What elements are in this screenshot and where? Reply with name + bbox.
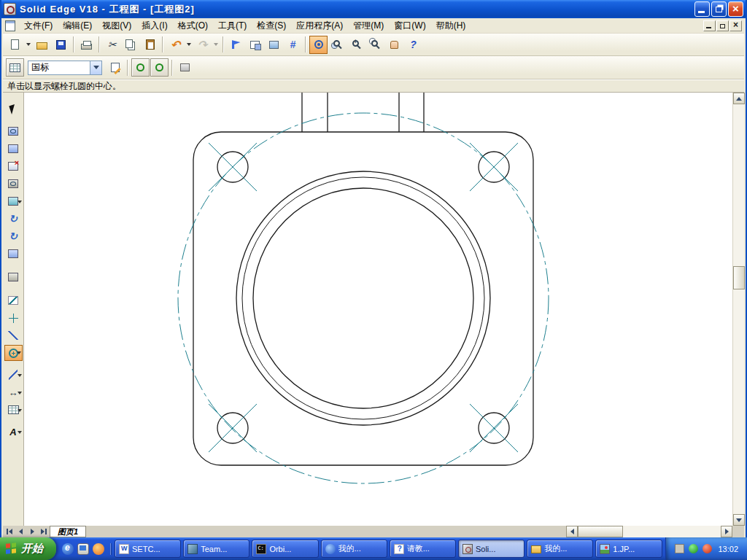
next-sheet-button[interactable] — [26, 526, 38, 537]
menu-edit[interactable]: 编辑(E) — [58, 18, 97, 34]
table-tool-button[interactable] — [4, 402, 23, 418]
text-tool-button[interactable] — [4, 424, 23, 440]
menu-file[interactable]: 文件(F) — [19, 18, 58, 34]
horizontal-scroll-thumb[interactable] — [578, 526, 623, 537]
save-button[interactable] — [52, 36, 70, 54]
sheet-setup-button[interactable] — [246, 36, 264, 54]
drawing-view-button[interactable] — [4, 228, 23, 244]
vertical-scrollbar[interactable] — [732, 93, 744, 526]
sheet-tab[interactable]: 图页1 — [50, 526, 86, 537]
menu-view[interactable]: 视图(V) — [97, 18, 136, 34]
update-views-button[interactable] — [4, 211, 23, 227]
scroll-right-button[interactable] — [721, 526, 732, 537]
scroll-up-button[interactable] — [733, 93, 745, 104]
horizontal-scrollbar[interactable] — [566, 526, 732, 537]
restore-button[interactable] — [711, 1, 727, 17]
task-qingjiao[interactable]: 请教... — [390, 540, 456, 558]
cut-button[interactable] — [103, 36, 121, 54]
task-label: 我的... — [338, 543, 361, 554]
options-button[interactable] — [176, 58, 194, 77]
bar-icon — [7, 529, 8, 534]
redo-button[interactable] — [193, 36, 212, 54]
zoom-area-button[interactable] — [328, 36, 347, 54]
last-sheet-button[interactable] — [38, 526, 50, 537]
menu-manage[interactable]: 管理(M) — [348, 18, 389, 34]
menu-window[interactable]: 窗口(W) — [389, 18, 430, 34]
tray-icon-2[interactable] — [689, 544, 698, 553]
dimension-style-combo[interactable]: 国标 — [28, 61, 102, 75]
mdi-minimize-button[interactable] — [703, 20, 716, 31]
centerline-button[interactable] — [4, 292, 23, 308]
smart-dimension-button[interactable] — [4, 384, 23, 400]
task-orbi[interactable]: Orbi... — [252, 540, 318, 558]
center-mark-button[interactable] — [4, 310, 23, 326]
section-view-button[interactable] — [4, 158, 23, 174]
task-team[interactable]: Team... — [183, 540, 249, 558]
task-image[interactable]: 1.JP... — [595, 540, 662, 558]
paste-button[interactable] — [141, 36, 159, 54]
new-button[interactable] — [6, 36, 24, 54]
vertical-scroll-thumb[interactable] — [733, 266, 745, 289]
task-setc[interactable]: SETC... — [115, 540, 181, 558]
sheet-align-button[interactable] — [4, 246, 23, 262]
menu-inspect[interactable]: 检查(S) — [252, 18, 291, 34]
new-dropdown[interactable] — [25, 36, 32, 52]
fit-sheet-button[interactable] — [366, 36, 384, 54]
pan-button[interactable] — [385, 36, 403, 54]
tray-icon-1[interactable] — [675, 544, 684, 553]
print-button[interactable] — [77, 36, 96, 54]
last-view-button[interactable] — [227, 36, 245, 54]
mdi-restore-button[interactable] — [716, 20, 729, 31]
center-ring-button-1[interactable] — [131, 58, 150, 77]
mdi-close-button[interactable] — [729, 20, 742, 31]
task-mydocs-1[interactable]: 我的... — [321, 540, 387, 558]
menu-tools[interactable]: 工具(T) — [213, 18, 252, 34]
bolt-hole-circle-button[interactable] — [309, 36, 328, 54]
zoom-in-button[interactable] — [347, 36, 365, 54]
show-desktop-icon[interactable] — [77, 543, 89, 555]
context-help-button[interactable] — [404, 36, 422, 54]
tray-icon-3[interactable] — [703, 544, 712, 553]
connector-button[interactable] — [4, 367, 23, 383]
background-sheet-button[interactable] — [265, 36, 283, 54]
task-solid-edge-active[interactable]: Soli... — [458, 540, 525, 558]
menu-help[interactable]: 帮助(H) — [431, 18, 471, 34]
task-mydocs-2[interactable]: 我的... — [527, 540, 593, 558]
internet-explorer-icon[interactable] — [62, 543, 74, 555]
first-sheet-button[interactable] — [3, 526, 15, 537]
combo-dropdown-button[interactable] — [90, 61, 101, 74]
menu-format[interactable]: 格式(O) — [173, 18, 213, 34]
close-button[interactable] — [728, 1, 743, 17]
undo-button[interactable] — [166, 36, 185, 54]
titlebar[interactable]: Solid Edge V18 - 工程图 - [工程图2] — [1, 0, 746, 18]
grid-button[interactable] — [284, 36, 302, 54]
bolt-circle-tool-button[interactable] — [4, 345, 23, 361]
minimize-button[interactable] — [694, 1, 710, 17]
drawing-canvas[interactable] — [24, 93, 737, 526]
select-tool-button[interactable] — [4, 101, 23, 117]
copy-button[interactable] — [122, 36, 140, 54]
open-button[interactable] — [33, 36, 51, 54]
detail-view-button[interactable] — [4, 176, 23, 192]
undo-dropdown[interactable] — [185, 36, 193, 52]
menu-applications[interactable]: 应用程序(A) — [291, 18, 348, 34]
mdi-child-icon[interactable] — [5, 20, 15, 31]
principal-view-button[interactable] — [4, 141, 23, 157]
angle-line-button[interactable] — [4, 327, 23, 343]
menu-insert[interactable]: 插入(I) — [136, 18, 172, 34]
parts-list-button[interactable] — [4, 269, 23, 285]
scroll-left-button[interactable] — [566, 526, 578, 537]
media-player-icon[interactable] — [93, 543, 104, 555]
start-button[interactable]: 开始 — [0, 537, 56, 560]
views-flyout-button[interactable] — [4, 193, 23, 209]
redo-dropdown[interactable] — [212, 36, 220, 52]
prev-sheet-button[interactable] — [15, 526, 26, 537]
prompt-text: 单击以显示螺栓孔圆的中心。 — [7, 80, 121, 93]
view-wizard-button[interactable] — [4, 123, 23, 139]
center-ring-button-2[interactable] — [150, 58, 169, 77]
scroll-down-button[interactable] — [733, 514, 745, 526]
table-button[interactable] — [6, 58, 24, 77]
style-edit-button[interactable] — [106, 58, 124, 77]
print-icon — [81, 44, 92, 50]
horizontal-scroll-track[interactable] — [623, 526, 721, 537]
